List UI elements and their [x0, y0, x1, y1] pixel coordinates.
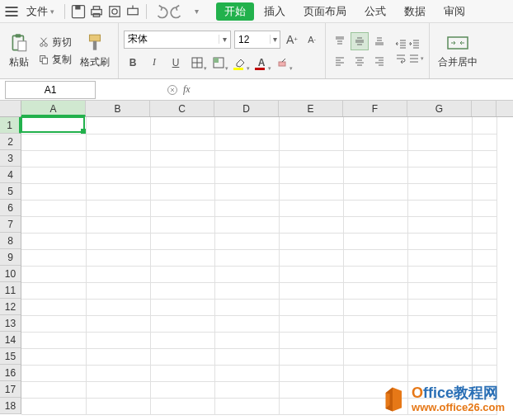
- cell[interactable]: [86, 216, 150, 233]
- cell[interactable]: [279, 200, 343, 216]
- cell[interactable]: [214, 134, 279, 150]
- orientation-icon[interactable]: ▾: [408, 53, 424, 64]
- cell[interactable]: [214, 398, 279, 414]
- cell[interactable]: [86, 381, 150, 398]
- cell[interactable]: [150, 249, 214, 266]
- cell[interactable]: [214, 183, 279, 200]
- cell[interactable]: [214, 200, 279, 216]
- cell[interactable]: [150, 381, 214, 398]
- cell[interactable]: [343, 299, 407, 315]
- row-header[interactable]: 9: [0, 249, 21, 266]
- cell[interactable]: [21, 282, 86, 299]
- chevron-down-icon[interactable]: ▾: [270, 35, 280, 44]
- cell[interactable]: [21, 266, 86, 282]
- cut-button[interactable]: 剪切: [36, 35, 73, 50]
- formula-input[interactable]: [195, 83, 443, 96]
- cell[interactable]: [343, 134, 407, 150]
- cell[interactable]: [150, 134, 214, 150]
- cell[interactable]: [472, 299, 497, 315]
- cell[interactable]: [472, 249, 497, 266]
- row-header[interactable]: 17: [0, 381, 21, 398]
- cell[interactable]: [150, 315, 214, 332]
- cell[interactable]: [214, 299, 279, 315]
- cell[interactable]: [472, 216, 497, 233]
- fx-icon[interactable]: fx: [183, 83, 191, 96]
- row-header[interactable]: 7: [0, 216, 21, 233]
- cell[interactable]: [150, 332, 214, 348]
- font-color-button[interactable]: A▾: [252, 54, 271, 72]
- cell[interactable]: [407, 249, 472, 266]
- cell[interactable]: [279, 315, 343, 332]
- cell[interactable]: [214, 381, 279, 398]
- tab-data[interactable]: 数据: [396, 1, 434, 22]
- cell[interactable]: [86, 167, 150, 183]
- align-bottom-icon[interactable]: [370, 32, 388, 50]
- cell[interactable]: [86, 398, 150, 414]
- cell[interactable]: [150, 282, 214, 299]
- cell[interactable]: [279, 398, 343, 414]
- cell[interactable]: [214, 365, 279, 381]
- cell[interactable]: [472, 167, 497, 183]
- font-name-combo[interactable]: ▾: [124, 31, 231, 49]
- cell[interactable]: [214, 315, 279, 332]
- cell[interactable]: [407, 348, 472, 365]
- cell[interactable]: [86, 134, 150, 150]
- cell[interactable]: [343, 167, 407, 183]
- cell[interactable]: [214, 332, 279, 348]
- cell[interactable]: [150, 365, 214, 381]
- cell[interactable]: [343, 117, 407, 134]
- merge-center-button[interactable]: 合并居中: [435, 31, 481, 71]
- cell[interactable]: [21, 315, 86, 332]
- underline-button[interactable]: U: [167, 54, 185, 72]
- cell[interactable]: [407, 150, 472, 167]
- cell[interactable]: [407, 117, 472, 134]
- cell[interactable]: [214, 117, 279, 134]
- row-header[interactable]: 18: [0, 398, 21, 414]
- row-header[interactable]: 6: [0, 200, 21, 216]
- align-right-icon[interactable]: [370, 52, 388, 70]
- cell[interactable]: [279, 282, 343, 299]
- tab-start[interactable]: 开始: [216, 2, 254, 21]
- cell[interactable]: [279, 117, 343, 134]
- cell[interactable]: [407, 332, 472, 348]
- name-box[interactable]: [5, 81, 96, 99]
- row-header[interactable]: 2: [0, 134, 21, 150]
- cell[interactable]: [279, 381, 343, 398]
- cell[interactable]: [407, 315, 472, 332]
- cell[interactable]: [21, 150, 86, 167]
- file-menu[interactable]: 文件 ▾: [21, 2, 59, 21]
- cell[interactable]: [407, 216, 472, 233]
- cell[interactable]: [86, 150, 150, 167]
- font-size-input[interactable]: [235, 34, 270, 45]
- cell[interactable]: [343, 282, 407, 299]
- align-top-icon[interactable]: [331, 32, 349, 50]
- qat-dropdown-icon[interactable]: ▾: [188, 3, 205, 20]
- decrease-font-icon[interactable]: A-: [304, 31, 320, 48]
- increase-font-icon[interactable]: A+: [284, 31, 300, 48]
- cell[interactable]: [150, 167, 214, 183]
- cell[interactable]: [472, 332, 497, 348]
- cell[interactable]: [407, 299, 472, 315]
- italic-button[interactable]: I: [145, 54, 163, 72]
- cell[interactable]: [472, 134, 497, 150]
- row-header[interactable]: 4: [0, 167, 21, 183]
- cell[interactable]: [86, 332, 150, 348]
- cell[interactable]: [343, 150, 407, 167]
- cell[interactable]: [343, 348, 407, 365]
- cell[interactable]: [21, 167, 86, 183]
- row-header[interactable]: 16: [0, 365, 21, 381]
- cell[interactable]: [86, 365, 150, 381]
- align-center-icon[interactable]: [351, 52, 369, 70]
- cell[interactable]: [214, 167, 279, 183]
- cell[interactable]: [343, 200, 407, 216]
- cell[interactable]: [21, 398, 86, 414]
- cell[interactable]: [86, 249, 150, 266]
- cell[interactable]: [150, 216, 214, 233]
- increase-indent-icon[interactable]: [408, 38, 420, 50]
- copy-button[interactable]: 复制: [36, 52, 73, 68]
- cell[interactable]: [21, 117, 86, 134]
- cell[interactable]: [407, 282, 472, 299]
- cell[interactable]: [407, 200, 472, 216]
- cell[interactable]: [214, 216, 279, 233]
- cell[interactable]: [214, 266, 279, 282]
